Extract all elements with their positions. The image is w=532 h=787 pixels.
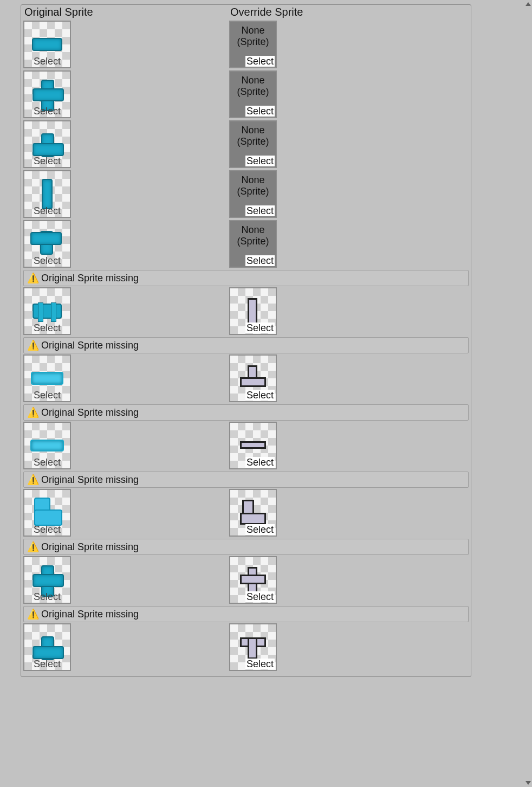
override-sprite-slot[interactable]: Select — [229, 287, 277, 335]
warning-bar: ⚠️ Original Sprite missing — [23, 270, 469, 286]
override-sprite-slot[interactable]: None (Sprite) Select — [229, 70, 277, 118]
warning-icon: ⚠️ — [27, 608, 39, 620]
warning-text: Original Sprite missing — [41, 340, 139, 351]
override-pixel-icon — [238, 430, 268, 461]
scroll-down-icon[interactable] — [525, 781, 531, 785]
override-pixel-icon — [238, 363, 268, 393]
pipe-cross-icon — [33, 80, 62, 109]
none-label-line1: None — [241, 25, 264, 36]
override-sprite-slot[interactable]: None (Sprite) Select — [229, 120, 277, 168]
override-pixel-icon — [238, 632, 268, 662]
sprite-row: Select None (Sprite) Select — [23, 220, 469, 268]
select-button[interactable]: Select — [33, 524, 62, 535]
original-sprite-slot[interactable]: Select — [23, 354, 71, 402]
header-row: Original Sprite Override Sprite — [21, 5, 471, 21]
sprite-row: Select Select — [23, 354, 469, 402]
pipe-valve-icon — [33, 304, 62, 319]
original-sprite-slot[interactable]: Select — [23, 70, 71, 118]
select-button[interactable]: Select — [245, 524, 275, 535]
warning-bar: ⚠️ Original Sprite missing — [23, 539, 469, 555]
override-pixel-icon — [238, 296, 268, 326]
original-sprite-slot[interactable]: Select — [23, 220, 71, 268]
original-sprite-slot[interactable]: Select — [23, 556, 71, 604]
select-button[interactable]: Select — [33, 106, 62, 117]
pipe-tee-icon — [33, 133, 62, 155]
pipe-icon — [32, 38, 62, 51]
override-pixel-icon — [238, 565, 268, 595]
original-sprite-slot[interactable]: Select — [23, 287, 71, 335]
pipe-cross-icon — [33, 565, 62, 595]
select-button[interactable]: Select — [33, 205, 62, 216]
select-button[interactable]: Select — [245, 106, 275, 117]
override-sprite-slot[interactable]: None (Sprite) Select — [229, 21, 277, 68]
sprite-override-panel: Original Sprite Override Sprite Select N… — [21, 4, 471, 677]
none-label-line2: (Sprite) — [237, 186, 269, 197]
override-pixel-icon — [238, 498, 268, 528]
pipe-vertical-icon — [42, 179, 53, 209]
select-button[interactable]: Select — [245, 255, 275, 266]
select-button[interactable]: Select — [33, 390, 62, 401]
original-sprite-slot[interactable]: Select — [23, 489, 71, 537]
override-sprite-slot[interactable]: Select — [229, 489, 277, 537]
sprite-row: Select Select — [23, 287, 469, 335]
warning-bar: ⚠️ Original Sprite missing — [23, 337, 469, 353]
select-button[interactable]: Select — [245, 156, 275, 166]
select-button[interactable]: Select — [33, 457, 62, 468]
warning-icon: ⚠️ — [27, 339, 39, 351]
none-label-line2: (Sprite) — [237, 36, 269, 48]
none-label-line1: None — [241, 125, 264, 136]
original-sprite-slot[interactable]: Select — [23, 120, 71, 168]
original-sprite-slot[interactable]: Select — [23, 623, 71, 671]
none-label-line2: (Sprite) — [237, 136, 269, 147]
sprite-row: Select Select — [23, 556, 469, 604]
override-sprite-slot[interactable]: Select — [229, 623, 277, 671]
original-sprite-slot[interactable]: Select — [23, 422, 71, 469]
warning-bar: ⚠️ Original Sprite missing — [23, 472, 469, 488]
original-sprite-slot[interactable]: Select — [23, 21, 71, 68]
override-sprite-slot[interactable]: Select — [229, 422, 277, 469]
pipe-tee-icon — [33, 636, 62, 658]
pipe-tee-icon — [33, 233, 62, 255]
select-button[interactable]: Select — [245, 591, 275, 602]
select-button[interactable]: Select — [245, 205, 275, 216]
none-label-line1: None — [241, 75, 264, 86]
select-button[interactable]: Select — [245, 457, 275, 468]
none-label-line2: (Sprite) — [237, 86, 269, 98]
select-button[interactable]: Select — [33, 591, 62, 602]
warning-text: Original Sprite missing — [41, 407, 139, 418]
select-button[interactable]: Select — [33, 322, 62, 333]
warning-icon: ⚠️ — [27, 272, 39, 284]
select-button[interactable]: Select — [33, 56, 62, 67]
vertical-scrollbar[interactable] — [524, 0, 532, 787]
select-button[interactable]: Select — [245, 659, 275, 669]
header-override: Override Sprite — [230, 6, 468, 18]
none-label-line2: (Sprite) — [237, 236, 269, 247]
original-sprite-slot[interactable]: Select — [23, 170, 71, 218]
warning-text: Original Sprite missing — [41, 273, 139, 284]
warning-icon: ⚠️ — [27, 407, 39, 418]
sprite-row: Select Select — [23, 422, 469, 469]
override-sprite-slot[interactable]: None (Sprite) Select — [229, 220, 277, 268]
warning-text: Original Sprite missing — [41, 541, 139, 553]
pipe-icon — [30, 440, 64, 451]
select-button[interactable]: Select — [245, 322, 275, 333]
select-button[interactable]: Select — [245, 390, 275, 401]
pipe-icon — [31, 372, 63, 385]
warning-icon: ⚠️ — [27, 541, 39, 553]
select-button[interactable]: Select — [33, 659, 62, 669]
header-original: Original Sprite — [24, 6, 230, 18]
sprite-row: Select None (Sprite) Select — [23, 21, 469, 68]
warning-text: Original Sprite missing — [41, 474, 139, 486]
rows-container: Select None (Sprite) Select Select — [21, 21, 471, 676]
sprite-row: Select None (Sprite) Select — [23, 170, 469, 218]
override-sprite-slot[interactable]: None (Sprite) Select — [229, 170, 277, 218]
warning-text: Original Sprite missing — [41, 609, 139, 620]
sprite-row: Select None (Sprite) Select — [23, 120, 469, 168]
select-button[interactable]: Select — [245, 56, 275, 67]
none-label-line1: None — [241, 175, 264, 186]
select-button[interactable]: Select — [33, 156, 62, 166]
scroll-up-icon[interactable] — [525, 2, 531, 6]
override-sprite-slot[interactable]: Select — [229, 354, 277, 402]
override-sprite-slot[interactable]: Select — [229, 556, 277, 604]
select-button[interactable]: Select — [33, 255, 62, 266]
